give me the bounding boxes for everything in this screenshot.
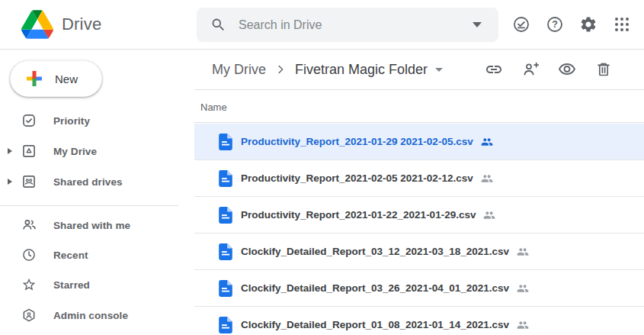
get-link-icon[interactable] (485, 60, 503, 79)
new-plus-icon (23, 67, 46, 90)
shared-people-icon (480, 172, 494, 185)
drive-logo-icon (21, 10, 53, 39)
shared-people-icon (516, 319, 530, 331)
file-row[interactable]: Productivity_Report_2021-01-22_2021-01-2… (194, 197, 644, 234)
sidebar-item-label: Admin console (53, 310, 128, 321)
csv-file-icon (219, 207, 232, 224)
google-drive-app: Drive ? (0, 0, 644, 335)
help-icon[interactable]: ? (546, 15, 564, 34)
new-button[interactable]: New (10, 60, 102, 97)
sidebar-item-label: My Drive (53, 146, 97, 157)
breadcrumb-current-folder[interactable]: Fivetran Magic Folder (295, 62, 428, 78)
csv-file-icon (219, 134, 232, 150)
sidebar-item-label: Priority (53, 115, 90, 127)
star-icon (21, 277, 37, 292)
new-button-label: New (55, 72, 78, 85)
file-list: Productivity_Report_2021-01-29 2021-02-0… (194, 124, 644, 335)
settings-icon[interactable] (579, 15, 598, 34)
shared-people-icon (516, 246, 530, 258)
chevron-right-icon (274, 63, 287, 76)
file-row[interactable]: Clockify_Detailed_Report_03_12_2021-03_1… (194, 234, 644, 270)
breadcrumb: My Drive Fivetran Magic Folder (212, 50, 443, 89)
preview-eye-icon[interactable] (558, 60, 576, 79)
file-row[interactable]: Clockify_Detailed_Report_01_08_2021-01_1… (194, 307, 644, 335)
my-drive-icon (21, 143, 37, 159)
file-name: Productivity_Report_2021-02-05 2021-02-1… (241, 172, 473, 184)
breadcrumb-my-drive[interactable]: My Drive (212, 62, 266, 78)
csv-file-icon (219, 317, 232, 333)
top-header: Drive ? (0, 0, 644, 50)
shared-with-me-icon (21, 217, 37, 234)
shared-drives-icon (21, 174, 37, 189)
folder-menu-caret-icon[interactable] (435, 68, 443, 72)
sidebar: New Priority My Drive (0, 50, 194, 335)
sidebar-item-priority[interactable]: Priority (0, 105, 194, 136)
shared-people-icon (480, 136, 494, 148)
file-name: Clockify_Detailed_Report_03_12_2021-03_1… (241, 246, 509, 257)
file-row[interactable]: Clockify_Detailed_Report_03_26_2021-04_0… (194, 270, 644, 307)
csv-file-icon (219, 280, 232, 297)
file-row[interactable]: Productivity_Report_2021-02-05 2021-02-1… (194, 160, 644, 197)
svg-text:?: ? (552, 19, 558, 30)
column-header-name[interactable]: Name (194, 91, 644, 123)
file-name: Productivity_Report_2021-01-29 2021-02-0… (241, 136, 473, 147)
sidebar-item-my-drive[interactable]: My Drive (0, 136, 194, 166)
sidebar-item-label: Shared with me (53, 220, 130, 231)
sidebar-item-admin-console[interactable]: Admin console (0, 300, 194, 330)
app-name: Drive (62, 14, 101, 34)
sidebar-item-shared-drives[interactable]: Shared drives (0, 166, 194, 197)
sidebar-item-shared-with-me[interactable]: Shared with me (0, 210, 194, 240)
add-person-icon[interactable] (521, 60, 540, 79)
expand-caret-icon[interactable] (8, 179, 12, 185)
search-input[interactable] (239, 18, 469, 32)
sidebar-item-label: Starred (53, 279, 90, 291)
search-icon[interactable] (210, 17, 226, 33)
recent-clock-icon (21, 247, 37, 263)
sidebar-divider (0, 205, 178, 206)
csv-file-icon (219, 243, 232, 260)
header-icon-group: ? (505, 0, 639, 49)
file-name: Productivity_Report_2021-01-22_2021-01-2… (241, 209, 476, 221)
shared-people-icon (482, 209, 496, 221)
breadcrumb-toolbar-row: My Drive Fivetran Magic Folder (194, 50, 644, 90)
sidebar-item-starred[interactable]: Starred (0, 269, 194, 300)
google-apps-icon[interactable] (613, 15, 631, 34)
shared-people-icon (516, 282, 530, 295)
sidebar-item-recent[interactable]: Recent (0, 240, 194, 270)
priority-check-icon (21, 113, 37, 128)
csv-file-icon (219, 170, 232, 187)
drive-logo-home-link[interactable]: Drive (21, 0, 101, 49)
search-options-caret-icon[interactable] (469, 19, 485, 31)
folder-action-toolbar (476, 50, 622, 89)
trash-icon[interactable] (594, 60, 613, 79)
file-name: Clockify_Detailed_Report_01_08_2021-01_1… (241, 319, 509, 330)
expand-caret-icon[interactable] (8, 148, 12, 154)
search-bar (197, 8, 498, 42)
sidebar-item-label: Shared drives (53, 176, 123, 188)
admin-console-icon (21, 308, 37, 323)
name-header-label: Name (200, 101, 227, 112)
sidebar-item-label: Recent (53, 250, 88, 261)
offline-ready-icon[interactable] (512, 15, 530, 34)
file-row[interactable]: Productivity_Report_2021-01-29 2021-02-0… (194, 124, 644, 160)
file-name: Clockify_Detailed_Report_03_26_2021-04_0… (241, 282, 509, 294)
